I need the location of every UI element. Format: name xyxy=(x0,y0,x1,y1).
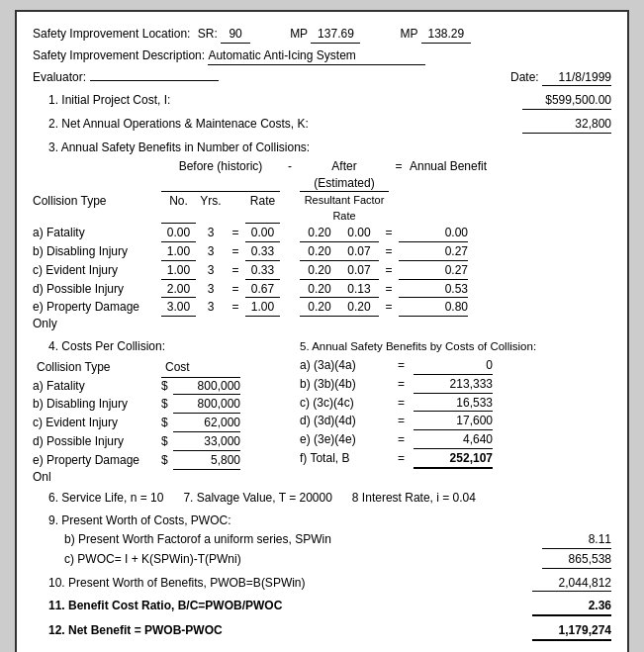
benefit-label: f) Total, B xyxy=(300,450,389,467)
s9c-label: c) PWOC= I + K(SPWin)-T(PWni) xyxy=(64,551,241,568)
s5-label: 5. Annual Safety Benefits by Costs of Co… xyxy=(300,338,611,354)
section-5: 5. Annual Safety Benefits by Costs of Co… xyxy=(300,338,611,486)
collision-type: a) Fatality xyxy=(33,225,161,241)
before-header: Before (historic) xyxy=(161,158,280,193)
s2-value: 32,800 xyxy=(522,116,611,134)
eq-header: = xyxy=(389,158,409,193)
s4-label: 4. Costs Per Collision: xyxy=(48,338,300,355)
benefit-eq: = xyxy=(389,376,414,393)
col-eqsign: = xyxy=(379,243,399,260)
header-section: Safety Improvement Location: SR: 90 MP 1… xyxy=(33,26,611,86)
benefits-rows: a) (3a)(4a) = 0 b) (3b)(4b) = 213,333 c)… xyxy=(300,357,611,469)
col-after1: 0.20 xyxy=(300,281,339,299)
col-rate: 0.33 xyxy=(245,262,280,280)
cost-row: a) Fatality $ 800,000 xyxy=(33,378,300,396)
cost-amount: 62,000 xyxy=(173,415,240,432)
s3-sub-headers: Collision Type No. Yrs. Rate Resultant F… xyxy=(33,193,611,224)
benefit-cost-row: e) (3e)(4e) = 4,640 xyxy=(300,431,611,449)
col-benefit: 0.00 xyxy=(399,225,468,242)
s9b-label: b) Present Worth Factorof a uniform seri… xyxy=(64,531,331,548)
col-eq: = xyxy=(226,299,245,316)
collision-rows: a) Fatality 0.00 3 = 0.00 0.20 0.00 = 0.… xyxy=(33,225,611,332)
section-9: 9. Present Worth of Costs, PWOC: b) Pres… xyxy=(33,512,611,568)
col-eqsign: = xyxy=(379,262,399,279)
col-rate: 0.33 xyxy=(245,243,280,261)
section-10: 10. Present Worth of Benefits, PWOB=B(SP… xyxy=(33,575,611,593)
evaluator-row: Evaluator: Date: 11/8/1999 xyxy=(33,69,611,87)
benefit-eq: = xyxy=(389,413,414,429)
cost-row: e) Property Damage Onl $ 5,800 xyxy=(33,452,300,486)
section-678: 6. Service Life, n = 10 7. Salvage Value… xyxy=(33,490,611,507)
after-header: After (Estimated) xyxy=(300,158,389,193)
cost-amount: 800,000 xyxy=(173,396,240,414)
section-2: 2. Net Annual Operations & Maintenace Co… xyxy=(33,116,611,134)
col-rate: 0.00 xyxy=(245,225,280,242)
desc-label: Safety Improvement Description: xyxy=(33,47,205,64)
collision-type: c) Evident Injury xyxy=(33,262,161,279)
date-label: Date: xyxy=(510,69,539,86)
cost-header: Cost xyxy=(161,358,240,377)
col-after1: 0.20 xyxy=(300,243,339,261)
s12-value: 1,179,274 xyxy=(532,622,611,641)
mp2-label: MP xyxy=(400,26,417,43)
s2-label: 2. Net Annual Operations & Maintenace Co… xyxy=(48,116,309,133)
cost-row: b) Disabling Injury $ 800,000 xyxy=(33,396,300,414)
s8-label: 8 Interest Rate, i = 0.04 xyxy=(352,490,476,507)
cost-amount: 33,000 xyxy=(173,433,240,451)
collision-row: c) Evident Injury 1.00 3 = 0.33 0.20 0.0… xyxy=(33,262,611,280)
mp1-value: 137.69 xyxy=(311,26,360,44)
cost-row: d) Possible Injury $ 33,000 xyxy=(33,433,300,451)
col-yrs: 3 xyxy=(196,299,226,316)
cost-type: a) Fatality xyxy=(33,378,161,395)
benefit-value: 4,640 xyxy=(414,431,493,449)
col-eq: = xyxy=(226,262,245,279)
benefit-label: e) (3e)(4e) xyxy=(300,431,389,448)
cost-type: e) Property Damage Onl xyxy=(33,452,161,486)
sr-label: SR: xyxy=(198,26,218,43)
collision-row: d) Possible Injury 2.00 3 = 0.67 0.20 0.… xyxy=(33,281,611,299)
col-no: 0.00 xyxy=(161,225,196,242)
benefit-cost-row: a) (3a)(4a) = 0 xyxy=(300,357,611,375)
no-header: No. xyxy=(161,193,196,224)
dollar-sign: $ xyxy=(161,452,173,469)
s11-value: 2.36 xyxy=(532,598,611,616)
section-4: 4. Costs Per Collision: Collision Type C… xyxy=(33,338,300,486)
rate-header: Rate xyxy=(245,193,280,224)
col-eq: = xyxy=(226,225,245,241)
benefit-value: 252,107 xyxy=(414,450,493,469)
section-4-5: 4. Costs Per Collision: Collision Type C… xyxy=(33,338,611,486)
col-after2: 0.00 xyxy=(339,225,379,242)
col-eq: = xyxy=(226,243,245,260)
cost-collision-header: Collision Type xyxy=(33,358,161,377)
col-after2: 0.13 xyxy=(339,281,379,299)
benefit-value: 16,533 xyxy=(414,395,493,413)
section-11: 11. Benefit Cost Ratio, B/C=PWOB/PWOC 2.… xyxy=(33,598,611,616)
benefit-value: 213,333 xyxy=(414,376,493,394)
dollar-sign: $ xyxy=(161,396,173,413)
s3-label: 3. Annual Safety Benefits in Number of C… xyxy=(48,140,611,156)
s9-label: 9. Present Worth of Costs, PWOC: xyxy=(48,512,611,529)
cost-type: d) Possible Injury xyxy=(33,433,161,450)
s7-label: 7. Salvage Value, T = 20000 xyxy=(183,490,331,507)
s9c-row: c) PWOC= I + K(SPWin)-T(PWni) 865,538 xyxy=(64,551,611,569)
col-benefit: 0.27 xyxy=(399,262,468,280)
col-after2: 0.07 xyxy=(339,243,379,261)
collision-row: b) Disabling Injury 1.00 3 = 0.33 0.20 0… xyxy=(33,243,611,261)
benefit-eq: = xyxy=(389,357,414,374)
benefit-cost-row: b) (3b)(4b) = 213,333 xyxy=(300,376,611,394)
minus-sign: - xyxy=(280,158,300,193)
col-eqsign: = xyxy=(379,225,399,241)
benefit-label: d) (3d)(4d) xyxy=(300,413,389,429)
col-after1: 0.20 xyxy=(300,225,339,242)
col-benefit: 0.80 xyxy=(399,299,468,317)
s1-value: $599,500.00 xyxy=(522,92,611,110)
col-rate: 0.67 xyxy=(245,281,280,299)
evaluator-label: Evaluator: xyxy=(33,69,86,86)
s1-label: 1. Initial Project Cost, I: xyxy=(48,92,170,109)
rfr-header: Resultant Factor Rate xyxy=(300,193,389,224)
s6-label: 6. Service Life, n = 10 xyxy=(48,490,163,507)
collision-type: b) Disabling Injury xyxy=(33,243,161,260)
col-benefit: 0.27 xyxy=(399,243,468,261)
desc-row: Safety Improvement Description: Automati… xyxy=(33,47,611,65)
s9b-row: b) Present Worth Factorof a uniform seri… xyxy=(64,531,611,549)
